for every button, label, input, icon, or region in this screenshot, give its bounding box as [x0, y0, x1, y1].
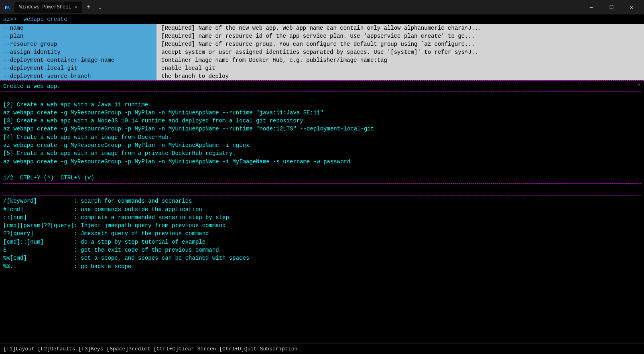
pagination-line: 1/2 CTRL+Y (^) CTRL+N (v): [3, 174, 641, 182]
empty-line-3: [3, 185, 641, 193]
separator-3: [3, 195, 641, 195]
separator-1: [3, 92, 641, 92]
empty-line-1: [3, 93, 641, 101]
example-4-title: [4] Create a web app with an image from …: [3, 133, 641, 141]
app-icon: PS: [3, 3, 11, 11]
tab-powershell[interactable]: Windows PowerShell ×: [14, 2, 82, 13]
desc-resource-group: [Required] Name of resource group. You c…: [160, 40, 641, 48]
command-prompt[interactable]: az>> webapp create: [0, 14, 644, 24]
main-content: Create a web app. * [2] Create a web app…: [0, 81, 644, 344]
autocomplete-area: --name --plan --resource-group --assign-…: [0, 24, 644, 80]
desc-container-image: Container image name from Docker Hub, e.…: [160, 56, 641, 64]
tab-dropdown-button[interactable]: ⌄: [95, 4, 105, 11]
titlebar: PS Windows PowerShell × + ⌄ — □ ✕: [0, 0, 644, 14]
status-bar: [F1]Layout [F2]Defaults [F3]Keys [Space]…: [0, 344, 644, 354]
example-2-title: [2] Create a web app with a Java 11 runt…: [3, 101, 641, 109]
help-num: ::[num] : complete a recommended scenari…: [3, 214, 641, 222]
example-3-title: [3] Create a web app with a NodeJS 10.14…: [3, 117, 641, 125]
terminal: az>> webapp create --name --plan --resou…: [0, 14, 644, 354]
empty-line-2: [3, 166, 641, 174]
section-title-line: Create a web app. *: [3, 82, 641, 90]
example-5-cmd: az webapp create -g MyResourceGroup -p M…: [3, 158, 641, 166]
section-title-text: Create a web app.: [3, 82, 61, 90]
example-2-cmd: az webapp create -g MyResourceGroup -p M…: [3, 109, 641, 117]
autocomplete-descriptions: [Required] Name of the new web app. Web …: [156, 24, 644, 80]
help-scope: %%[cmd] : set a scope, and scopes can be…: [3, 254, 641, 262]
tab-label: Windows PowerShell: [19, 4, 71, 10]
help-query: [cmd][param]??[query]: Inject jmespath q…: [3, 222, 641, 230]
autocomplete-item-container-image[interactable]: --deployment-container-image-name: [0, 56, 156, 64]
minimize-button[interactable]: —: [582, 0, 601, 14]
autocomplete-item-name[interactable]: --name: [0, 24, 156, 32]
status-bar-text: [F1]Layout [F2]Defaults [F3]Keys [Space]…: [3, 346, 301, 352]
tab-close-button[interactable]: ×: [75, 5, 77, 10]
help-search: /[keyword] : search for commands and sce…: [3, 197, 641, 205]
help-jmespath: ??[query] : Jmespath query of the previo…: [3, 230, 641, 238]
star-marker: *: [638, 82, 641, 90]
window: PS Windows PowerShell × + ⌄ — □ ✕ az>> w…: [0, 0, 644, 354]
window-controls: — □ ✕: [582, 0, 641, 14]
autocomplete-item-source-branch[interactable]: --deployment-source-branch: [0, 72, 156, 80]
example-3-cmd: az webapp create -g MyResourceGroup -p M…: [3, 125, 641, 133]
desc-name: [Required] Name of the new web app. Web …: [160, 24, 641, 32]
new-tab-button[interactable]: +: [83, 3, 94, 12]
autocomplete-item-assign-identity[interactable]: --assign-identity: [0, 48, 156, 56]
desc-plan: [Required] name or resource id of the ap…: [160, 32, 641, 40]
desc-local-git: enable local git: [160, 64, 641, 72]
example-4-cmd: az webapp create -g MyResourceGroup -p M…: [3, 141, 641, 149]
example-5-title: [5] Create a web app with an image from …: [3, 149, 641, 157]
prompt-line: az>> webapp create: [0, 14, 644, 24]
help-cmd: #[cmd] : use commands outside the applic…: [3, 205, 641, 214]
help-tutorial: [cmd]::[num] : do a step by step tutoria…: [3, 238, 641, 246]
autocomplete-item-local-git[interactable]: --deployment-local-git: [0, 64, 156, 72]
maximize-button[interactable]: □: [602, 0, 621, 14]
tab-area: Windows PowerShell × + ⌄: [14, 2, 579, 13]
close-button[interactable]: ✕: [622, 0, 641, 14]
separator-2: [3, 183, 641, 184]
desc-source-branch: the branch to deploy: [160, 72, 641, 80]
svg-text:PS: PS: [5, 5, 10, 10]
desc-assign-identity: accept system or user assigned identitie…: [160, 48, 641, 56]
help-exit-code: $ : get the exit code of the previous co…: [3, 246, 641, 254]
autocomplete-item-resource-group[interactable]: --resource-group: [0, 40, 156, 48]
autocomplete-list[interactable]: --name --plan --resource-group --assign-…: [0, 24, 156, 80]
help-back-scope: %%.. : go back a scope: [3, 262, 641, 271]
autocomplete-item-plan[interactable]: --plan: [0, 32, 156, 40]
